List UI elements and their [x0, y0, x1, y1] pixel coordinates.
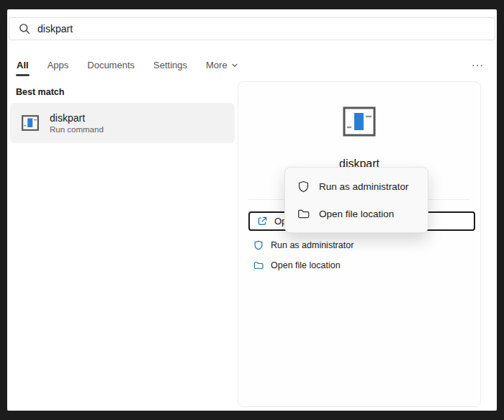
tab-apps-label: Apps	[48, 60, 69, 70]
diskpart-app-icon	[21, 114, 40, 132]
menu-item-label: Open file location	[319, 209, 394, 219]
tab-settings[interactable]: Settings	[153, 58, 188, 78]
tab-all-label: All	[17, 60, 29, 70]
best-match-result[interactable]: diskpart Run command	[10, 103, 235, 143]
run-as-administrator-label: Run as administrator	[271, 240, 354, 250]
chevron-down-icon	[231, 62, 238, 69]
result-subtitle: Run command	[50, 124, 104, 135]
search-window: All Apps Documents Settings More ··· Bes…	[7, 9, 497, 411]
tab-settings-label: Settings	[153, 60, 187, 70]
search-bar[interactable]	[9, 17, 495, 40]
result-text: diskpart Run command	[50, 111, 104, 135]
open-file-location-icon	[253, 260, 264, 270]
tab-documents-label: Documents	[87, 60, 135, 70]
search-icon	[19, 23, 30, 35]
menu-item-open-file-location[interactable]: Open file location	[289, 200, 423, 227]
tab-more[interactable]: More	[205, 58, 239, 78]
tab-all[interactable]: All	[16, 58, 30, 78]
active-tab-indicator	[16, 74, 30, 76]
context-menu: Run as administrator Open file location	[284, 167, 428, 233]
tab-documents[interactable]: Documents	[86, 58, 135, 78]
admin-shield-icon	[253, 240, 264, 250]
open-file-location-label: Open file location	[271, 260, 341, 270]
menu-item-label: Run as administrator	[319, 181, 409, 192]
open-file-location-action[interactable]: Open file location	[253, 258, 341, 273]
overflow-menu-button[interactable]: ···	[469, 58, 487, 71]
diskpart-app-icon-large	[342, 104, 377, 139]
menu-item-run-as-administrator[interactable]: Run as administrator	[289, 173, 423, 200]
result-title: diskpart	[50, 111, 104, 124]
tab-apps[interactable]: Apps	[47, 58, 70, 78]
admin-shield-icon	[297, 181, 310, 193]
tab-more-label: More	[206, 60, 228, 70]
run-as-administrator-action[interactable]: Run as administrator	[253, 238, 354, 252]
search-input[interactable]	[37, 23, 485, 35]
section-title-best-match: Best match	[16, 87, 64, 97]
open-file-location-icon	[297, 208, 310, 220]
preview-panel: diskpart Open Run as administrator	[238, 81, 481, 407]
filter-tabs: All Apps Documents Settings More ···	[16, 58, 487, 77]
open-icon	[257, 216, 268, 227]
